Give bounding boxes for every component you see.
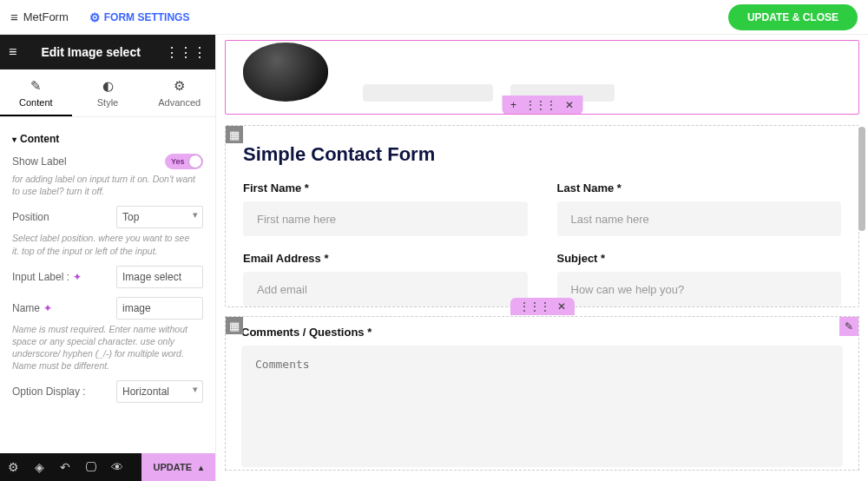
subject-input[interactable] [557, 272, 842, 306]
position-help: Select label position. where you want to… [12, 232, 203, 256]
top-bar: ≡ MetForm ⚙ FORM SETTINGS UPDATE & CLOSE [0, 0, 868, 35]
input-label-label: Input Label : ✦ [12, 271, 82, 283]
input-label-field[interactable] [116, 266, 203, 288]
name-help: Name is must required. Enter name withou… [12, 323, 203, 372]
contrast-icon: ◐ [72, 78, 144, 94]
show-label-label: Show Label [12, 155, 67, 168]
panel-title: Edit Image select [41, 45, 140, 59]
first-name-field-wrap: First Name * [243, 181, 528, 236]
position-select[interactable]: Top [116, 206, 203, 228]
email-field-wrap: Email Address * [243, 252, 528, 306]
position-label: Position [12, 211, 49, 223]
form-settings-label: FORM SETTINGS [104, 11, 190, 23]
show-label-help: for adding label on input turn it on. Do… [12, 173, 203, 197]
comments-label: Comments / Questions * [241, 326, 843, 339]
elementor-icon: ≡ [10, 10, 18, 24]
panel-header: ≡ Edit Image select ⋮⋮⋮ [0, 35, 215, 69]
scrollbar-track[interactable] [858, 40, 867, 476]
dynamic-icon: ✦ [73, 271, 82, 283]
placeholder-bar [363, 84, 493, 102]
section-content-title[interactable]: ▾ Content [12, 133, 203, 145]
name-label: Name ✦ [12, 302, 52, 314]
contact-form-section[interactable]: ▦ Simple Contact Form First Name * Last … [225, 125, 859, 307]
tab-content[interactable]: ✎ Content [0, 69, 72, 116]
controls-area: ▾ Content Show Label Yes for adding labe… [0, 117, 215, 453]
switch-knob [189, 155, 201, 168]
first-name-label: First Name * [243, 181, 528, 194]
product-image [243, 43, 328, 102]
first-name-input[interactable] [243, 201, 528, 236]
comments-section[interactable]: ▦ ✎ Comments / Questions * [225, 316, 859, 471]
close-icon[interactable]: ✕ [557, 300, 566, 313]
apps-icon[interactable]: ⋮⋮⋮ [165, 44, 207, 61]
sidebar-footer: ⚙ ◈ ↶ 🖵 👁 UPDATE ▴ [0, 453, 215, 481]
tab-style-label: Style [97, 97, 118, 108]
caret-down-icon: ▾ [12, 135, 16, 144]
drag-icon[interactable]: ⋮⋮⋮ [519, 300, 550, 313]
tab-advanced-label: Advanced [158, 97, 201, 108]
switch-text: Yes [171, 157, 185, 166]
last-name-input[interactable] [557, 201, 842, 236]
form-title: Simple Contact Form [243, 143, 841, 166]
section-toolbar: + ⋮⋮⋮ ✕ [502, 96, 582, 115]
canvas: + ⋮⋮⋮ ✕ ▦ Simple Contact Form First Name… [216, 35, 868, 481]
chevron-up-icon: ▴ [199, 463, 203, 472]
column-handle-icon[interactable]: ▦ [226, 126, 243, 143]
gear-icon: ⚙ [143, 78, 215, 94]
update-button[interactable]: UPDATE ▴ [141, 453, 215, 481]
responsive-icon[interactable]: 🖵 [78, 460, 104, 474]
menu-icon[interactable]: ≡ [9, 44, 16, 60]
update-button-label: UPDATE [154, 462, 192, 472]
close-icon[interactable]: ✕ [565, 99, 574, 111]
app-brand-label: MetForm [23, 10, 69, 23]
column-handle-icon[interactable]: ▦ [226, 317, 243, 334]
tab-style[interactable]: ◐ Style [72, 69, 144, 116]
section-content-label: Content [20, 133, 59, 145]
app-brand[interactable]: ≡ MetForm [10, 10, 69, 24]
form-settings-link[interactable]: ⚙ FORM SETTINGS [89, 10, 190, 24]
preview-icon[interactable]: 👁 [104, 460, 130, 474]
settings-icon[interactable]: ⚙ [0, 460, 26, 474]
option-display-label: Option Display : [12, 385, 86, 398]
sidebar: ≡ Edit Image select ⋮⋮⋮ ✎ Content ◐ Styl… [0, 35, 216, 481]
name-field[interactable] [116, 297, 203, 320]
tab-advanced[interactable]: ⚙ Advanced [143, 69, 215, 116]
subject-label: Subject * [557, 252, 842, 265]
comments-textarea[interactable] [241, 346, 843, 467]
top-bar-left: ≡ MetForm ⚙ FORM SETTINGS [10, 10, 189, 24]
drag-icon[interactable]: ⋮⋮⋮ [525, 99, 556, 111]
panel-tabs: ✎ Content ◐ Style ⚙ Advanced [0, 69, 215, 117]
email-label: Email Address * [243, 252, 528, 265]
pencil-icon: ✎ [0, 78, 72, 94]
inner-section-toolbar: ⋮⋮⋮ ✕ [510, 298, 575, 315]
edit-widget-icon[interactable]: ✎ [839, 317, 858, 336]
add-section-icon[interactable]: + [510, 99, 516, 111]
tab-content-label: Content [19, 97, 53, 108]
last-name-label: Last Name * [557, 181, 842, 194]
subject-field-wrap: Subject * [557, 252, 842, 306]
dynamic-icon: ✦ [43, 302, 52, 314]
history-icon[interactable]: ↶ [52, 460, 78, 474]
show-label-switch[interactable]: Yes [165, 154, 203, 169]
option-display-select[interactable]: Horizontal [116, 380, 203, 403]
update-close-button[interactable]: UPDATE & CLOSE [728, 4, 858, 30]
last-name-field-wrap: Last Name * [557, 181, 842, 236]
navigator-icon[interactable]: ◈ [26, 460, 52, 474]
scrollbar-thumb[interactable] [858, 127, 865, 231]
image-select-section[interactable]: + ⋮⋮⋮ ✕ [225, 40, 859, 115]
email-input[interactable] [243, 272, 528, 306]
gear-icon: ⚙ [89, 10, 101, 24]
